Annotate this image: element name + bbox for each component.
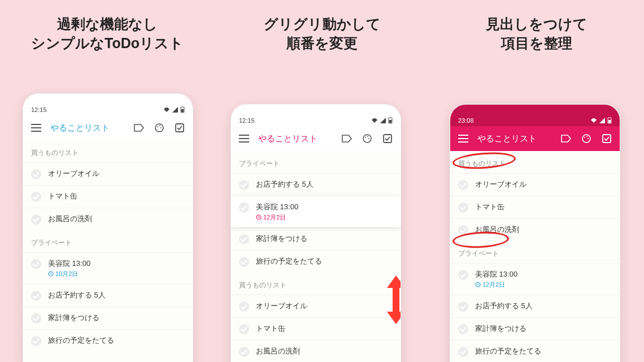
todo-row[interactable]: オリーブオイル: [23, 162, 193, 185]
svg-rect-22: [603, 135, 611, 143]
todo-row[interactable]: お風呂の洗剤: [231, 340, 401, 362]
check-circle-icon[interactable]: [31, 313, 41, 324]
clock-text: 23:08: [458, 117, 474, 124]
todo-text: お店予約する 5人: [475, 301, 533, 311]
check-circle-icon[interactable]: [31, 192, 41, 202]
todo-row[interactable]: オリーブオイル: [450, 173, 620, 196]
svg-point-10: [363, 135, 371, 143]
check-circle-icon[interactable]: [31, 259, 41, 269]
todo-text: 旅行の予定をたてる: [256, 256, 322, 266]
check-circle-icon[interactable]: [31, 291, 41, 301]
check-circle-icon[interactable]: [458, 180, 468, 190]
todo-text: お風呂の洗剤: [475, 225, 519, 235]
signal-icon: [380, 118, 386, 123]
label-icon[interactable]: [341, 132, 353, 145]
todo-text: 美容院 13:00: [256, 202, 298, 212]
check-circle-icon[interactable]: [239, 324, 249, 334]
todo-row[interactable]: お風呂の洗剤: [23, 208, 193, 230]
todo-row[interactable]: トマト缶: [450, 196, 620, 218]
todo-row[interactable]: 美容院 13:0012月2日: [450, 263, 620, 295]
svg-point-19: [584, 137, 585, 138]
drag-arrow-icon: [386, 275, 401, 324]
list-body[interactable]: プライベートお店予約する 5人美容院 13:0012月2日家計簿をつける旅行の予…: [231, 151, 401, 362]
todo-text: オリーブオイル: [48, 169, 99, 179]
todo-row[interactable]: 旅行の予定をたてる: [231, 250, 401, 273]
signal-icon: [172, 107, 178, 113]
clock-text: 12:15: [31, 106, 47, 113]
check-circle-icon[interactable]: [458, 347, 468, 357]
app-bar: やることリスト: [231, 126, 401, 151]
todo-row[interactable]: 家計簿をつける: [23, 307, 193, 329]
svg-point-11: [365, 137, 366, 138]
check-circle-icon[interactable]: [239, 347, 249, 357]
check-circle-icon[interactable]: [239, 202, 249, 213]
todo-text: お店予約する 5人: [48, 290, 106, 300]
caption-1: 過剰な機能なし シンプルなToDoリスト: [31, 15, 184, 53]
palette-icon[interactable]: [361, 132, 373, 145]
label-icon[interactable]: [133, 122, 145, 134]
todo-row[interactable]: 美容院 13:0012月2日: [231, 196, 401, 227]
app-bar: やることリスト: [23, 115, 193, 140]
app-title: やることリスト: [50, 123, 125, 133]
check-circle-icon[interactable]: [239, 234, 249, 244]
checkbox-icon[interactable]: [381, 132, 394, 145]
palette-icon[interactable]: [153, 122, 166, 134]
todo-text: お風呂の洗剤: [48, 214, 92, 224]
checkbox-icon[interactable]: [173, 122, 186, 134]
todo-row[interactable]: お風呂の洗剤: [450, 218, 620, 241]
todo-subtext: 10月2日: [48, 270, 90, 278]
label-icon[interactable]: [560, 132, 572, 145]
todo-row[interactable]: 美容院 13:0010月2日: [23, 252, 193, 284]
todo-row[interactable]: オリーブオイル: [231, 295, 401, 317]
check-circle-icon[interactable]: [458, 202, 468, 213]
todo-text: オリーブオイル: [256, 301, 307, 311]
todo-row[interactable]: お店予約する 5人: [450, 295, 620, 317]
check-circle-icon[interactable]: [31, 336, 41, 346]
phone-screenshot-1: 12:15 やることリスト 買うものリストオリーブオイルトマト缶お風呂の洗剤プラ…: [23, 93, 193, 362]
svg-point-4: [159, 125, 160, 126]
check-circle-icon[interactable]: [458, 324, 468, 334]
list-body[interactable]: 買うものリストオリーブオイルトマト缶お風呂の洗剤プライベート美容院 13:001…: [450, 151, 620, 362]
todo-row[interactable]: お店予約する 5人: [23, 284, 193, 307]
palette-icon[interactable]: [580, 132, 593, 145]
svg-point-12: [367, 136, 368, 137]
todo-row[interactable]: トマト缶: [23, 185, 193, 208]
todo-row[interactable]: トマト缶: [231, 317, 401, 340]
todo-row[interactable]: お店予約する 5人: [231, 173, 401, 196]
clock-icon: [48, 271, 54, 277]
check-circle-icon[interactable]: [239, 180, 249, 190]
check-circle-icon[interactable]: [239, 301, 249, 312]
section-header: プライベート: [450, 241, 620, 263]
todo-row[interactable]: 旅行の予定をたてる: [450, 340, 620, 362]
menu-icon[interactable]: [457, 132, 469, 145]
todo-text: トマト缶: [48, 191, 77, 201]
check-circle-icon[interactable]: [458, 270, 468, 280]
svg-point-21: [588, 138, 589, 139]
check-circle-icon[interactable]: [458, 301, 468, 312]
list-body[interactable]: 買うものリストオリーブオイルトマト缶お風呂の洗剤プライベート美容院 13:001…: [23, 140, 193, 362]
clock-icon: [256, 214, 262, 220]
check-circle-icon[interactable]: [458, 225, 468, 235]
wifi-icon: [371, 118, 378, 123]
menu-icon[interactable]: [30, 122, 42, 134]
todo-subtext: 12月2日: [256, 213, 298, 222]
caption-3: 見出しをつけて 項目を整理: [486, 15, 588, 53]
check-circle-icon[interactable]: [239, 257, 249, 267]
todo-text: 家計簿をつける: [475, 324, 526, 334]
todo-row[interactable]: 旅行の予定をたてる: [23, 329, 193, 352]
menu-icon[interactable]: [238, 132, 250, 145]
battery-icon: [607, 117, 612, 124]
section-header: 買うものリスト: [231, 273, 401, 295]
caption-2: グリグリ動かして 順番を変更: [264, 15, 381, 53]
wifi-icon: [590, 118, 597, 123]
todo-row[interactable]: 家計簿をつける: [231, 227, 401, 250]
checkbox-icon[interactable]: [601, 132, 613, 145]
check-circle-icon[interactable]: [31, 214, 41, 225]
check-circle-icon[interactable]: [31, 169, 41, 179]
svg-rect-14: [384, 135, 391, 143]
svg-rect-17: [608, 120, 611, 123]
battery-icon: [388, 117, 393, 124]
signal-icon: [599, 118, 605, 123]
todo-row[interactable]: 家計簿をつける: [450, 317, 620, 340]
status-bar: 23:08: [450, 115, 620, 126]
